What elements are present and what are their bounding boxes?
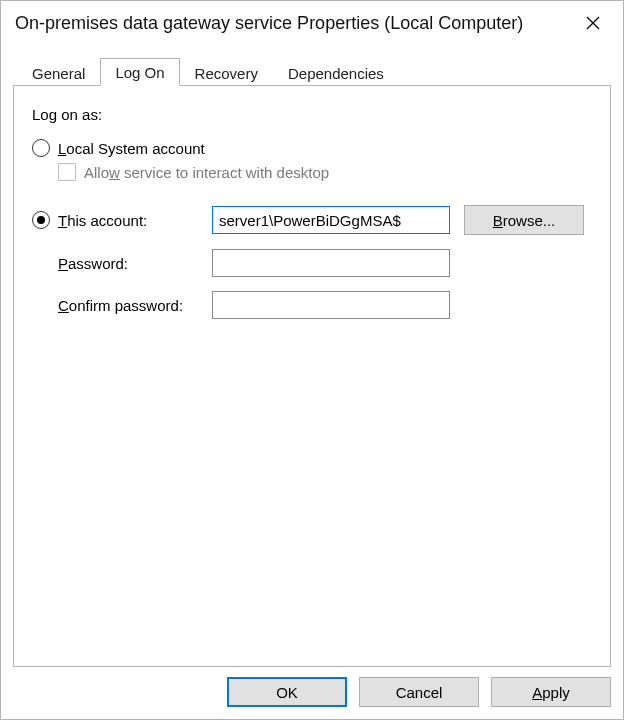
- tab-panel-logon: Log on as: Local System account Allow se…: [13, 85, 611, 667]
- close-button[interactable]: [573, 7, 613, 39]
- client-area: General Log On Recovery Dependencies Log…: [1, 43, 623, 719]
- local-system-option[interactable]: Local System account: [32, 139, 592, 157]
- titlebar: On-premises data gateway service Propert…: [1, 1, 623, 43]
- tabs: General Log On Recovery Dependencies Log…: [13, 57, 611, 667]
- local-system-label: Local System account: [58, 140, 205, 157]
- ok-button[interactable]: OK: [227, 677, 347, 707]
- tab-recovery[interactable]: Recovery: [180, 59, 273, 86]
- password-input[interactable]: [212, 249, 450, 277]
- checkbox-allow-interact: [58, 163, 76, 181]
- allow-interact-option: Allow service to interact with desktop: [58, 163, 592, 181]
- account-input[interactable]: [212, 206, 450, 234]
- tab-general[interactable]: General: [17, 59, 100, 86]
- this-account-row: This account: Browse...: [32, 205, 592, 235]
- radio-this-account[interactable]: [32, 211, 50, 229]
- this-account-option[interactable]: This account:: [32, 211, 212, 229]
- window-title: On-premises data gateway service Propert…: [15, 13, 573, 34]
- confirm-password-row: Confirm password:: [32, 291, 592, 319]
- cancel-button[interactable]: Cancel: [359, 677, 479, 707]
- apply-button[interactable]: Apply: [491, 677, 611, 707]
- password-row: Password:: [32, 249, 592, 277]
- allow-interact-label: Allow service to interact with desktop: [84, 164, 329, 181]
- browse-button[interactable]: Browse...: [464, 205, 584, 235]
- password-label: Password:: [58, 255, 128, 272]
- confirm-password-input[interactable]: [212, 291, 450, 319]
- properties-dialog: On-premises data gateway service Propert…: [0, 0, 624, 720]
- confirm-password-label: Confirm password:: [58, 297, 183, 314]
- confirm-password-label-col: Confirm password:: [32, 297, 212, 314]
- tabstrip: General Log On Recovery Dependencies: [13, 57, 611, 85]
- logon-as-label: Log on as:: [32, 106, 592, 123]
- tab-logon[interactable]: Log On: [100, 58, 179, 86]
- radio-local-system[interactable]: [32, 139, 50, 157]
- password-label-col: Password:: [32, 255, 212, 272]
- close-icon: [586, 16, 600, 30]
- tab-dependencies[interactable]: Dependencies: [273, 59, 399, 86]
- this-account-label: This account:: [58, 212, 147, 229]
- dialog-footer: OK Cancel Apply: [13, 667, 611, 707]
